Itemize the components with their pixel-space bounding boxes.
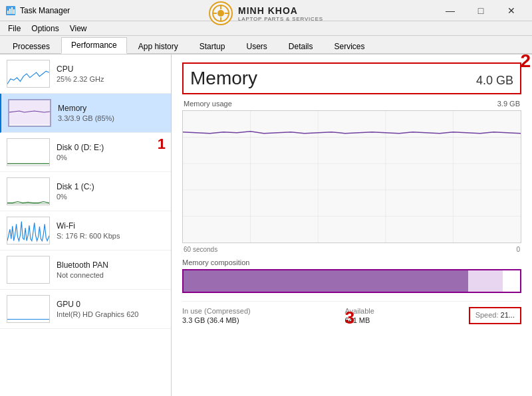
composition-used — [184, 270, 468, 292]
menu-options[interactable]: Options — [26, 23, 64, 35]
speed-box: Speed: 21... — [469, 307, 521, 324]
brand-name: MINH KHOA — [238, 5, 323, 16]
disk1-label: Disk 1 (C:) — [57, 182, 94, 191]
wifi-thumbnail — [7, 217, 50, 245]
in-use-value: 3.3 GB (36.4 MB) — [182, 316, 251, 324]
tab-services[interactable]: Services — [325, 39, 375, 54]
bluetooth-detail: Not connected — [57, 271, 108, 279]
svg-rect-17 — [7, 295, 49, 322]
right-panel: Memory 4.0 GB 2 Memory usage 3.9 GB — [172, 54, 532, 396]
brand-logo: MINH KHOA LAPTOP PARTS & SERVICES — [209, 1, 323, 25]
disk1-detail: 0% — [57, 193, 94, 201]
memory-detail: 3.3/3.9 GB (85%) — [58, 114, 114, 122]
composition-label: Memory composition — [182, 258, 521, 266]
cpu-thumbnail — [7, 60, 50, 88]
svg-rect-16 — [7, 256, 49, 282]
sidebar-item-gpu[interactable]: GPU 0 Intel(R) HD Graphics 620 — [0, 290, 171, 329]
disk1-info: Disk 1 (C:) 0% — [57, 182, 94, 201]
memory-info: Memory 3.3/3.9 GB (85%) — [58, 104, 114, 122]
sidebar-item-bluetooth[interactable]: Bluetooth PAN Not connected — [0, 250, 171, 290]
main-content: CPU 25% 2.32 GHz Memory 3.3/3.9 GB (85%) — [0, 54, 532, 396]
memory-label: Memory — [58, 104, 114, 113]
disk0-thumbnail — [7, 138, 50, 166]
disk1-thumbnail — [7, 177, 50, 205]
stat-in-use: In use (Compressed) 3.3 GB (36.4 MB) — [182, 307, 251, 324]
menu-view[interactable]: View — [65, 23, 92, 35]
cpu-detail: 25% 2.32 GHz — [57, 75, 104, 83]
graph-time-labels: 60 seconds 0 — [182, 246, 521, 253]
svg-rect-4 — [13, 9, 15, 14]
sidebar-item-wifi[interactable]: Wi-Fi S: 176 R: 600 Kbps — [0, 211, 171, 250]
brand-subtitle: LAPTOP PARTS & SERVICES — [238, 16, 323, 22]
wifi-detail: S: 176 R: 600 Kbps — [57, 232, 120, 240]
tab-startup[interactable]: Startup — [190, 39, 235, 54]
annotation-3: 3 — [345, 308, 354, 328]
memory-composition-bar — [182, 269, 521, 293]
logo-icon — [209, 1, 233, 25]
memory-graph — [182, 110, 521, 243]
speed-value: 21... — [501, 311, 515, 319]
menu-file[interactable]: File — [3, 23, 26, 35]
tab-users[interactable]: Users — [236, 39, 277, 54]
sidebar-item-cpu[interactable]: CPU 25% 2.32 GHz — [0, 54, 171, 94]
composition-available — [468, 270, 503, 292]
gpu-detail: Intel(R) HD Graphics 620 — [57, 310, 139, 318]
cpu-label: CPU — [57, 64, 104, 74]
brand-text: MINH KHOA LAPTOP PARTS & SERVICES — [238, 5, 323, 22]
disk0-detail: 0% — [57, 153, 104, 161]
title-text: Task Manager — [20, 6, 70, 15]
disk0-info: Disk 0 (D: E:) 0% — [57, 143, 104, 161]
bluetooth-label: Bluetooth PAN — [57, 260, 108, 270]
time-left: 60 seconds — [184, 246, 217, 253]
wifi-info: Wi-Fi S: 176 R: 600 Kbps — [57, 221, 120, 240]
sidebar-item-disk0[interactable]: Disk 0 (D: E:) 0% 1 — [0, 133, 171, 172]
bluetooth-thumbnail — [7, 256, 50, 284]
gpu-info: GPU 0 Intel(R) HD Graphics 620 — [57, 300, 139, 318]
svg-rect-13 — [7, 138, 49, 165]
gpu-thumbnail — [7, 295, 50, 323]
tab-app-history[interactable]: App history — [128, 39, 188, 54]
wifi-label: Wi-Fi — [57, 221, 120, 231]
annotation-2: 2 — [520, 54, 531, 72]
tab-bar: Processes Performance App history Startu… — [0, 36, 532, 54]
bluetooth-info: Bluetooth PAN Not connected — [57, 260, 108, 279]
usage-value: 3.9 GB — [497, 100, 520, 108]
speed-label: Speed: — [475, 311, 499, 319]
panel-header: Memory 4.0 GB — [182, 62, 521, 94]
window-controls: — □ ✕ — [435, 0, 527, 21]
svg-rect-2 — [9, 9, 11, 14]
sidebar-item-disk1[interactable]: Disk 1 (C:) 0% — [0, 172, 171, 211]
usage-label: Memory usage — [184, 100, 232, 108]
close-button[interactable]: ✕ — [496, 0, 527, 21]
svg-point-6 — [217, 10, 224, 17]
bottom-stats-container: In use (Compressed) 3.3 GB (36.4 MB) Ava… — [182, 301, 521, 324]
sidebar-item-memory[interactable]: Memory 3.3/3.9 GB (85%) — [0, 94, 171, 133]
time-right: 0 — [516, 246, 520, 253]
svg-rect-3 — [11, 7, 13, 14]
disk0-label: Disk 0 (D: E:) — [57, 143, 104, 152]
tab-performance[interactable]: Performance — [61, 37, 127, 54]
annotation-1: 1 — [158, 136, 166, 153]
cpu-info: CPU 25% 2.32 GHz — [57, 64, 104, 83]
maximize-button[interactable]: □ — [466, 0, 496, 21]
taskmanager-icon — [5, 5, 16, 16]
minimize-button[interactable]: — — [435, 0, 466, 21]
composition-free — [503, 270, 520, 292]
in-use-label: In use (Compressed) — [182, 307, 251, 315]
gpu-label: GPU 0 — [57, 300, 139, 309]
title-bar: Task Manager MINH KHOA LAPTOP PARTS & SE… — [0, 0, 532, 21]
tab-details[interactable]: Details — [279, 39, 323, 54]
sidebar: CPU 25% 2.32 GHz Memory 3.3/3.9 GB (85%) — [0, 54, 172, 396]
panel-total-size: 4.0 GB — [476, 74, 513, 88]
memory-thumbnail — [8, 99, 51, 127]
svg-rect-14 — [7, 177, 49, 204]
panel-title: Memory — [190, 68, 257, 89]
usage-row: Memory usage 3.9 GB — [182, 100, 521, 108]
svg-rect-1 — [7, 11, 9, 14]
tab-processes[interactable]: Processes — [3, 39, 60, 54]
